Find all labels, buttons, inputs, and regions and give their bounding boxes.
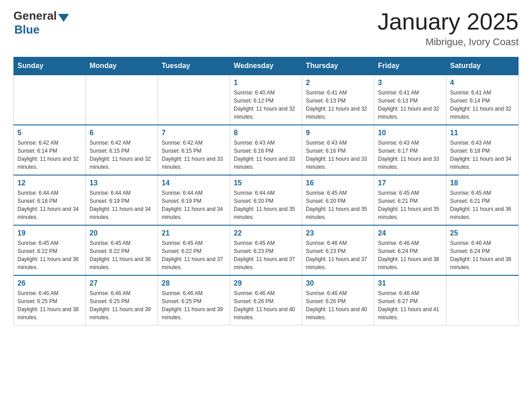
- day-info: Sunrise: 6:45 AMSunset: 6:22 PMDaylight:…: [162, 239, 226, 271]
- calendar-cell: 29Sunrise: 6:46 AMSunset: 6:26 PMDayligh…: [230, 275, 302, 325]
- day-number: 29: [234, 279, 298, 287]
- day-info: Sunrise: 6:46 AMSunset: 6:26 PMDaylight:…: [306, 289, 370, 321]
- calendar-cell: 4Sunrise: 6:41 AMSunset: 6:14 PMDaylight…: [446, 75, 519, 125]
- calendar-cell: 25Sunrise: 6:46 AMSunset: 6:24 PMDayligh…: [446, 225, 519, 275]
- calendar-cell: 23Sunrise: 6:46 AMSunset: 6:23 PMDayligh…: [302, 225, 374, 275]
- day-number: 25: [450, 229, 515, 237]
- calendar-cell: 2Sunrise: 6:41 AMSunset: 6:13 PMDaylight…: [302, 75, 374, 125]
- calendar-cell: 7Sunrise: 6:42 AMSunset: 6:15 PMDaylight…: [158, 125, 230, 175]
- day-number: 9: [306, 129, 370, 137]
- day-info: Sunrise: 6:41 AMSunset: 6:13 PMDaylight:…: [378, 89, 442, 121]
- calendar-cell: 5Sunrise: 6:42 AMSunset: 6:14 PMDaylight…: [14, 125, 86, 175]
- calendar-cell: 17Sunrise: 6:45 AMSunset: 6:21 PMDayligh…: [374, 175, 446, 225]
- day-info: Sunrise: 6:42 AMSunset: 6:14 PMDaylight:…: [17, 139, 82, 171]
- day-number: 4: [450, 79, 515, 87]
- title-block: January 2025 Mibrigue, Ivory Coast: [378, 9, 519, 48]
- day-number: 13: [90, 179, 154, 187]
- day-info: Sunrise: 6:42 AMSunset: 6:15 PMDaylight:…: [90, 139, 154, 171]
- day-number: 27: [90, 279, 154, 287]
- calendar-cell: 10Sunrise: 6:43 AMSunset: 6:17 PMDayligh…: [374, 125, 446, 175]
- calendar-week-3: 12Sunrise: 6:44 AMSunset: 6:18 PMDayligh…: [14, 175, 519, 225]
- header-day-tuesday: Tuesday: [158, 57, 230, 75]
- day-info: Sunrise: 6:40 AMSunset: 6:12 PMDaylight:…: [234, 89, 298, 121]
- logo-blue-text: Blue: [14, 23, 39, 37]
- calendar-cell: 31Sunrise: 6:46 AMSunset: 6:27 PMDayligh…: [374, 275, 446, 325]
- calendar-cell: 6Sunrise: 6:42 AMSunset: 6:15 PMDaylight…: [86, 125, 158, 175]
- calendar-cell: 22Sunrise: 6:45 AMSunset: 6:23 PMDayligh…: [230, 225, 302, 275]
- calendar-cell: 24Sunrise: 6:46 AMSunset: 6:24 PMDayligh…: [374, 225, 446, 275]
- header-day-thursday: Thursday: [302, 57, 374, 75]
- day-number: 24: [378, 229, 442, 237]
- header-day-wednesday: Wednesday: [230, 57, 302, 75]
- logo-arrow-icon: [58, 14, 69, 22]
- day-info: Sunrise: 6:45 AMSunset: 6:22 PMDaylight:…: [90, 239, 154, 271]
- calendar-cell: 28Sunrise: 6:46 AMSunset: 6:25 PMDayligh…: [158, 275, 230, 325]
- day-number: 11: [450, 129, 515, 137]
- day-number: 22: [234, 229, 298, 237]
- day-info: Sunrise: 6:45 AMSunset: 6:20 PMDaylight:…: [306, 189, 370, 221]
- calendar-cell: 13Sunrise: 6:44 AMSunset: 6:19 PMDayligh…: [86, 175, 158, 225]
- calendar-cell: [446, 275, 519, 325]
- day-info: Sunrise: 6:44 AMSunset: 6:20 PMDaylight:…: [234, 189, 298, 221]
- day-info: Sunrise: 6:46 AMSunset: 6:26 PMDaylight:…: [234, 289, 298, 321]
- calendar-cell: [86, 75, 158, 125]
- logo-general-text: General: [13, 9, 57, 23]
- day-number: 30: [306, 279, 370, 287]
- calendar-week-5: 26Sunrise: 6:46 AMSunset: 6:25 PMDayligh…: [14, 275, 519, 325]
- day-info: Sunrise: 6:46 AMSunset: 6:24 PMDaylight:…: [378, 239, 442, 271]
- calendar-cell: [158, 75, 230, 125]
- day-info: Sunrise: 6:45 AMSunset: 6:21 PMDaylight:…: [378, 189, 442, 221]
- day-info: Sunrise: 6:45 AMSunset: 6:23 PMDaylight:…: [234, 239, 298, 271]
- logo: General Blue: [13, 9, 69, 37]
- calendar-week-2: 5Sunrise: 6:42 AMSunset: 6:14 PMDaylight…: [14, 125, 519, 175]
- day-number: 8: [234, 129, 298, 137]
- day-number: 19: [17, 229, 82, 237]
- day-number: 20: [90, 229, 154, 237]
- day-number: 3: [378, 79, 442, 87]
- day-number: 5: [17, 129, 82, 137]
- calendar-cell: 8Sunrise: 6:43 AMSunset: 6:16 PMDaylight…: [230, 125, 302, 175]
- header-row: SundayMondayTuesdayWednesdayThursdayFrid…: [14, 57, 519, 75]
- header-day-sunday: Sunday: [14, 57, 86, 75]
- calendar-cell: 30Sunrise: 6:46 AMSunset: 6:26 PMDayligh…: [302, 275, 374, 325]
- day-number: 15: [234, 179, 298, 187]
- calendar-cell: 16Sunrise: 6:45 AMSunset: 6:20 PMDayligh…: [302, 175, 374, 225]
- calendar-cell: 26Sunrise: 6:46 AMSunset: 6:25 PMDayligh…: [14, 275, 86, 325]
- calendar-cell: 1Sunrise: 6:40 AMSunset: 6:12 PMDaylight…: [230, 75, 302, 125]
- day-info: Sunrise: 6:44 AMSunset: 6:19 PMDaylight:…: [162, 189, 226, 221]
- calendar-cell: 27Sunrise: 6:46 AMSunset: 6:25 PMDayligh…: [86, 275, 158, 325]
- day-info: Sunrise: 6:46 AMSunset: 6:27 PMDaylight:…: [378, 289, 442, 321]
- day-info: Sunrise: 6:43 AMSunset: 6:17 PMDaylight:…: [378, 139, 442, 171]
- day-info: Sunrise: 6:43 AMSunset: 6:16 PMDaylight:…: [306, 139, 370, 171]
- day-info: Sunrise: 6:41 AMSunset: 6:13 PMDaylight:…: [306, 89, 370, 121]
- day-number: 23: [306, 229, 370, 237]
- day-info: Sunrise: 6:46 AMSunset: 6:24 PMDaylight:…: [450, 239, 515, 271]
- day-number: 31: [378, 279, 442, 287]
- day-number: 14: [162, 179, 226, 187]
- calendar-table: SundayMondayTuesdayWednesdayThursdayFrid…: [13, 57, 519, 325]
- calendar-cell: [14, 75, 86, 125]
- day-number: 28: [162, 279, 226, 287]
- day-number: 16: [306, 179, 370, 187]
- day-info: Sunrise: 6:44 AMSunset: 6:18 PMDaylight:…: [17, 189, 82, 221]
- day-info: Sunrise: 6:46 AMSunset: 6:25 PMDaylight:…: [17, 289, 82, 321]
- day-number: 10: [378, 129, 442, 137]
- calendar-cell: 18Sunrise: 6:45 AMSunset: 6:21 PMDayligh…: [446, 175, 519, 225]
- day-info: Sunrise: 6:45 AMSunset: 6:21 PMDaylight:…: [450, 189, 515, 221]
- day-info: Sunrise: 6:46 AMSunset: 6:25 PMDaylight:…: [162, 289, 226, 321]
- day-info: Sunrise: 6:45 AMSunset: 6:22 PMDaylight:…: [17, 239, 82, 271]
- day-info: Sunrise: 6:43 AMSunset: 6:16 PMDaylight:…: [234, 139, 298, 171]
- day-info: Sunrise: 6:42 AMSunset: 6:15 PMDaylight:…: [162, 139, 226, 171]
- day-number: 2: [306, 79, 370, 87]
- day-number: 6: [90, 129, 154, 137]
- calendar-cell: 20Sunrise: 6:45 AMSunset: 6:22 PMDayligh…: [86, 225, 158, 275]
- day-info: Sunrise: 6:41 AMSunset: 6:14 PMDaylight:…: [450, 89, 515, 121]
- calendar-cell: 21Sunrise: 6:45 AMSunset: 6:22 PMDayligh…: [158, 225, 230, 275]
- header-day-friday: Friday: [374, 57, 446, 75]
- calendar-body: 1Sunrise: 6:40 AMSunset: 6:12 PMDaylight…: [14, 75, 519, 325]
- calendar-cell: 15Sunrise: 6:44 AMSunset: 6:20 PMDayligh…: [230, 175, 302, 225]
- day-number: 18: [450, 179, 515, 187]
- calendar-cell: 12Sunrise: 6:44 AMSunset: 6:18 PMDayligh…: [14, 175, 86, 225]
- day-number: 17: [378, 179, 442, 187]
- day-number: 12: [17, 179, 82, 187]
